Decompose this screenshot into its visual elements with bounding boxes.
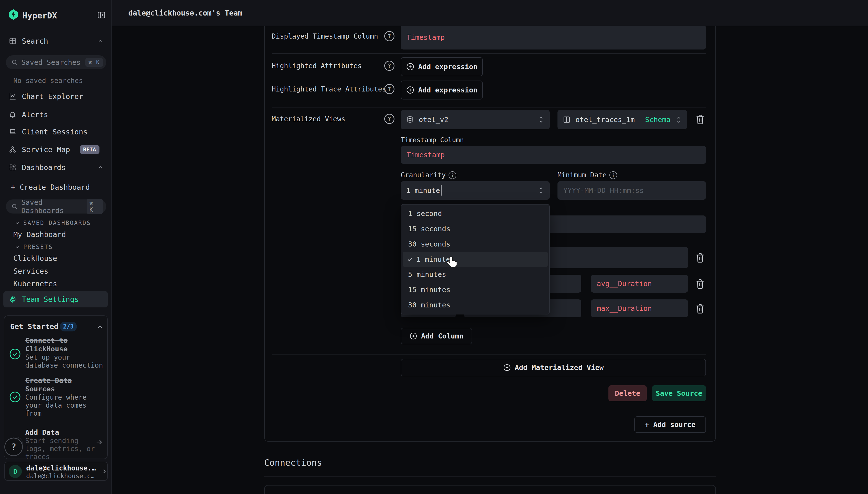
- add-column-button[interactable]: Add Column: [401, 328, 472, 344]
- chevron-updown-icon: [675, 115, 682, 124]
- user-name: dale@clickhouse.…: [26, 464, 96, 472]
- dropdown-option-selected[interactable]: 1 minute: [403, 252, 548, 267]
- timestamp-column-label: Timestamp Column: [401, 136, 464, 145]
- dropdown-option[interactable]: 30 minutes: [401, 297, 549, 312]
- highlighted-attributes-label: Highlighted Attributes: [272, 62, 362, 70]
- delete-mv-icon[interactable]: [695, 114, 706, 125]
- sidebar-item-client-sessions[interactable]: Client Sessions: [0, 126, 112, 137]
- plus-circle-icon: [406, 63, 414, 71]
- add-materialized-view-button[interactable]: Add Materialized View: [401, 359, 706, 376]
- saved-dashboards-section-header[interactable]: SAVED DASHBOARDS: [15, 220, 91, 226]
- saved-dashboards-placeholder: Saved Dashboards: [21, 198, 83, 215]
- help-icon[interactable]: ?: [384, 114, 394, 124]
- help-button[interactable]: ?: [4, 438, 23, 456]
- sidebar-item-alerts[interactable]: Alerts: [0, 109, 112, 120]
- chevron-down-icon: [15, 220, 20, 226]
- dropdown-option[interactable]: 30 seconds: [401, 236, 549, 252]
- arrow-right-icon[interactable]: [95, 438, 103, 446]
- granularity-value: 1 minute: [406, 186, 440, 195]
- get-started-title: Get Started: [10, 322, 58, 331]
- kbd-shortcut: ⌘ K: [85, 58, 103, 67]
- dropdown-option[interactable]: 5 minutes: [401, 267, 549, 282]
- help-icon[interactable]: ?: [384, 31, 394, 41]
- save-source-button[interactable]: Save Source: [652, 385, 706, 401]
- granularity-dropdown: 1 second 15 seconds 30 seconds 1 minute …: [401, 204, 550, 315]
- granularity-select[interactable]: 1 minute: [401, 181, 550, 200]
- sidebar-item-dashboards[interactable]: Dashboards: [0, 162, 112, 173]
- team-title: dale@clickhouse.com's Team: [128, 9, 242, 17]
- bell-icon: [9, 111, 17, 118]
- delete-column-icon[interactable]: [695, 278, 706, 290]
- brand-title: HyperDX: [22, 11, 57, 20]
- check-circle-icon: [9, 391, 21, 403]
- column-expression-value: avg__Duration: [597, 280, 652, 288]
- chevron-up-icon[interactable]: [97, 324, 103, 330]
- help-icon[interactable]: ?: [448, 171, 456, 179]
- column-expression-input[interactable]: avg__Duration: [591, 275, 688, 292]
- text-caret: [441, 185, 442, 195]
- help-icon[interactable]: ?: [610, 171, 617, 179]
- mv-table-value: otel_traces_1m: [575, 115, 635, 124]
- saved-searches-input[interactable]: Saved Searches ⌘ K: [6, 55, 106, 70]
- chevron-up-icon: [97, 38, 103, 44]
- timestamp-column-input[interactable]: Timestamp: [401, 146, 706, 164]
- get-started-item-desc: Set up your database connection: [25, 353, 103, 369]
- sidebar-collapse-icon[interactable]: [97, 11, 106, 19]
- chevron-right-icon: [101, 468, 108, 475]
- sidebar-item-label: Dashboards: [22, 163, 66, 172]
- sidebar-item-chart-explorer[interactable]: Chart Explorer: [0, 91, 112, 102]
- service-map-icon: [9, 146, 17, 153]
- connections-card: [264, 485, 716, 494]
- chevron-down-icon: [15, 244, 20, 250]
- minimum-date-label: Minimum Date ?: [558, 171, 617, 179]
- get-started-item-title[interactable]: Add Data: [25, 428, 59, 437]
- dropdown-option[interactable]: 15 seconds: [401, 221, 549, 236]
- highlighted-trace-attributes-label: Highlighted Trace Attributes: [272, 85, 386, 94]
- mv-database-select[interactable]: otel_v2: [401, 110, 550, 129]
- add-source-button[interactable]: + Add source: [634, 416, 706, 433]
- schema-badge[interactable]: Schema: [645, 115, 671, 124]
- dropdown-option[interactable]: 1 second: [401, 206, 549, 221]
- displayed-timestamp-value: Timestamp: [407, 33, 445, 41]
- help-icon[interactable]: ?: [384, 84, 394, 94]
- presets-section-header[interactable]: PRESETS: [15, 244, 53, 250]
- user-menu[interactable]: D dale@clickhouse.… dale@clickhouse.c…: [4, 462, 108, 481]
- gear-icon: [9, 295, 17, 304]
- divider: [272, 107, 706, 108]
- delete-column-icon[interactable]: [695, 252, 706, 264]
- table-icon: [563, 116, 571, 124]
- sidebar-item-clickhouse[interactable]: ClickHouse: [13, 254, 57, 263]
- minimum-date-input[interactable]: YYYY-MM-DD HH:mm:ss: [558, 181, 706, 200]
- get-started-item-title: Connect to ClickHouse: [25, 336, 68, 353]
- delete-source-button[interactable]: Delete: [609, 385, 647, 401]
- displayed-timestamp-input[interactable]: Timestamp: [401, 25, 706, 50]
- help-icon[interactable]: ?: [384, 61, 394, 71]
- saved-dashboards-input[interactable]: Saved Dashboards ⌘ K: [6, 200, 106, 213]
- beta-badge: BETA: [80, 145, 99, 154]
- user-email: dale@clickhouse.c…: [26, 472, 95, 480]
- timestamp-column-value: Timestamp: [407, 151, 445, 159]
- delete-column-icon[interactable]: [695, 303, 706, 315]
- sidebar: HyperDX Search Saved Searches ⌘ K No sav…: [0, 0, 112, 494]
- add-expression-button[interactable]: Add expression: [401, 80, 483, 99]
- sidebar-item-label: Client Sessions: [22, 128, 88, 136]
- plus-icon: +: [11, 183, 15, 192]
- dropdown-option[interactable]: 15 minutes: [401, 282, 549, 298]
- chevron-updown-icon: [538, 115, 544, 124]
- create-dashboard-button[interactable]: + Create Dashboard: [0, 181, 112, 193]
- sidebar-item-team-settings[interactable]: Team Settings: [3, 291, 108, 307]
- column-expression-input[interactable]: max__Duration: [591, 299, 688, 317]
- sidebar-item-services[interactable]: Services: [13, 267, 49, 276]
- get-started-item-desc: Start sending logs, metrics, or traces: [25, 437, 95, 459]
- mv-table-select[interactable]: otel_traces_1m Schema: [558, 110, 687, 129]
- add-expression-button[interactable]: Add expression: [401, 57, 483, 76]
- check-icon: [407, 256, 413, 263]
- sidebar-item-kubernetes[interactable]: Kubernetes: [13, 280, 57, 288]
- sidebar-item-my-dashboard[interactable]: My Dashboard: [13, 230, 66, 239]
- get-started-progress-badge: 2/3: [60, 322, 77, 331]
- laptop-icon: [9, 128, 17, 136]
- sidebar-item-service-map[interactable]: Service Map BETA: [0, 144, 112, 155]
- sidebar-item-search[interactable]: Search: [0, 35, 112, 47]
- no-saved-searches-text: No saved searches: [13, 77, 83, 85]
- plus-circle-icon: [503, 364, 511, 372]
